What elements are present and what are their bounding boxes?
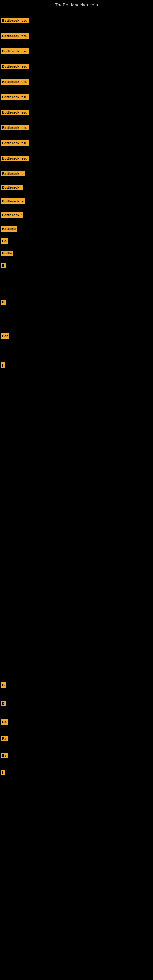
bottleneck-item: Bottleneck r <box>1 212 23 219</box>
bottleneck-badge: Bottleneck re <box>1 199 25 204</box>
bottleneck-item: | <box>1 770 5 776</box>
bottleneck-item: | <box>1 362 5 369</box>
bottleneck-item: B <box>1 263 6 269</box>
bottleneck-item: Bottleneck resu <box>1 64 29 70</box>
bottleneck-item: Bottleneck re <box>1 199 25 205</box>
bottleneck-item: Bottleneck resu <box>1 18 29 24</box>
bottleneck-item: Bottleneck r <box>1 185 23 191</box>
bottleneck-badge: B <box>1 263 6 268</box>
bottleneck-badge: Bottleneck resu <box>1 48 29 54</box>
items-container: Bottleneck resuBottleneck resuBottleneck… <box>0 9 153 973</box>
bottleneck-badge: Bottleneck r <box>1 212 23 218</box>
bottleneck-item: Bottleneck resu <box>1 33 29 40</box>
bottleneck-badge: Bo <box>1 736 8 741</box>
bottleneck-badge: Bottleneck r <box>1 185 23 190</box>
bottleneck-item: B <box>1 701 6 708</box>
bottleneck-badge: | <box>1 770 5 775</box>
bottleneck-item: B <box>1 682 6 689</box>
bottleneck-item: Bo <box>1 238 8 245</box>
bottleneck-badge: Bo <box>1 719 8 725</box>
bottleneck-item: Bottleneck resu <box>1 48 29 55</box>
bottleneck-item: Bottleneck resu <box>1 156 29 162</box>
bottleneck-badge: Bottleneck resu <box>1 156 29 161</box>
bottleneck-item: Bo <box>1 736 8 743</box>
bottleneck-item: Bottle <box>1 250 13 257</box>
bottleneck-item: Bo <box>1 719 8 726</box>
bottleneck-badge: Bottleneck resu <box>1 140 29 146</box>
bottleneck-badge: Bottleneck resu <box>1 125 29 130</box>
bottleneck-badge: Bo <box>1 753 8 758</box>
bottleneck-item: Bo <box>1 753 8 759</box>
bottleneck-badge: Bottleneck resu <box>1 18 29 23</box>
bottleneck-item: Bottleneck resu <box>1 140 29 147</box>
bottleneck-item: Bottleneck resu <box>1 94 29 101</box>
site-title: TheBottlenecker.com <box>0 0 153 9</box>
bottleneck-badge: Bottle <box>1 250 13 256</box>
bottleneck-badge: Bottleneck resu <box>1 33 29 38</box>
bottleneck-badge: B <box>1 682 6 688</box>
bottleneck-badge: | <box>1 362 5 368</box>
bottleneck-badge: Bottleneck resu <box>1 64 29 69</box>
bottleneck-item: Bot <box>1 333 9 340</box>
bottleneck-item: Bottlene <box>1 226 17 233</box>
bottleneck-item: Bottleneck resu <box>1 110 29 116</box>
bottleneck-item: Bottleneck re <box>1 171 25 178</box>
bottleneck-badge: Bot <box>1 333 9 339</box>
bottleneck-item: B <box>1 299 6 306</box>
bottleneck-item: Bottleneck resu <box>1 125 29 132</box>
bottleneck-badge: Bottleneck re <box>1 171 25 177</box>
bottleneck-badge: Bo <box>1 238 8 244</box>
bottleneck-badge: B <box>1 701 6 706</box>
bottleneck-item: Bottleneck resu <box>1 79 29 86</box>
bottleneck-badge: Bottleneck resu <box>1 110 29 115</box>
bottleneck-badge: Bottleneck resu <box>1 79 29 84</box>
bottleneck-badge: Bottlene <box>1 226 17 232</box>
bottleneck-badge: B <box>1 299 6 305</box>
bottleneck-badge: Bottleneck resu <box>1 94 29 100</box>
